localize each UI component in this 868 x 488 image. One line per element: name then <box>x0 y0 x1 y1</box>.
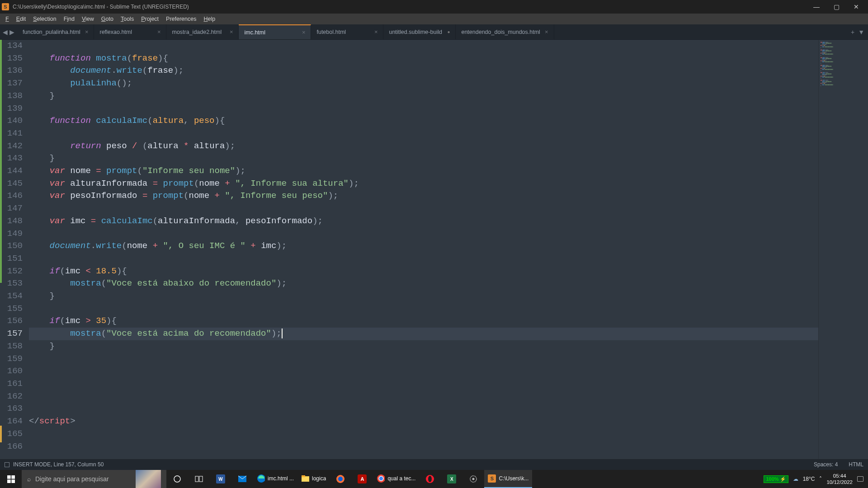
tabbar: ◀ ▶ function_pulalinha.html×reflexao.htm… <box>0 24 868 40</box>
svg-point-17 <box>428 476 432 482</box>
taskbar-task-view-icon[interactable] <box>188 470 210 488</box>
taskbar-word-icon[interactable]: W <box>210 470 231 488</box>
tab-label: imc.html <box>244 29 265 36</box>
menu-edit[interactable]: Edit <box>13 14 30 23</box>
taskbar-item-chrome[interactable]: qual a tec... <box>373 470 419 488</box>
menu-tools[interactable]: Tools <box>117 14 137 23</box>
taskbar-item-edge[interactable]: imc.html ... <box>253 470 297 488</box>
status-syntax[interactable]: HTML <box>849 461 863 468</box>
status-indent[interactable]: Spaces: 4 <box>814 461 838 468</box>
maximize-button[interactable]: ▢ <box>826 0 846 14</box>
taskbar-excel-icon[interactable]: X <box>441 470 462 488</box>
weather-icon[interactable]: ☁ <box>793 476 798 482</box>
svg-rect-10 <box>302 475 305 477</box>
menubar: F Edit Selection Find View Goto Tools Pr… <box>0 14 868 24</box>
tray-chevron-icon[interactable]: ˄ <box>819 476 822 482</box>
tab[interactable]: reflexao.html× <box>94 24 166 39</box>
weather-temp[interactable]: 18°C <box>803 476 815 482</box>
app-icon: S <box>2 3 9 10</box>
panel-switcher-icon[interactable] <box>5 462 9 467</box>
minimize-button[interactable]: — <box>807 0 826 14</box>
line-gutter: 1341351361371381391401411421431441451461… <box>0 40 29 459</box>
tab-close-icon[interactable]: × <box>374 28 378 35</box>
taskbar-acrobat-icon[interactable]: A <box>351 470 373 488</box>
status-cursor-position: INSERT MODE, Line 157, Column 50 <box>13 461 104 468</box>
taskbar-item-label: logica <box>312 475 326 482</box>
taskbar-settings-gear-icon[interactable] <box>462 470 484 488</box>
tab-label: futebol.html <box>316 29 346 35</box>
explorer-icon <box>301 474 309 483</box>
start-button[interactable] <box>0 470 22 488</box>
search-placeholder: Digite aqui para pesquisar <box>35 475 109 483</box>
code-view[interactable]: function mostra(frase){ document.write(f… <box>29 40 818 459</box>
svg-point-12 <box>338 477 343 481</box>
tab-close-icon[interactable]: × <box>85 28 89 35</box>
svg-rect-2 <box>7 479 11 483</box>
tab[interactable]: untitled.sublime-build● <box>383 24 456 39</box>
tab-label: entendendo_dois_mundos.html <box>461 29 540 35</box>
statusbar: INSERT MODE, Line 157, Column 50 Spaces:… <box>0 459 868 470</box>
notifications-icon[interactable] <box>857 476 863 482</box>
tab-label: function_pulalinha.html <box>23 29 80 35</box>
chrome-icon <box>377 474 385 483</box>
tab-next-icon[interactable]: ▶ <box>9 28 14 36</box>
taskbar-item-label: C:\Users\k... <box>499 475 528 482</box>
taskbar-opera-icon[interactable] <box>419 470 441 488</box>
svg-point-4 <box>174 476 180 482</box>
tab-label: reflexao.html <box>99 29 132 35</box>
svg-rect-6 <box>199 476 203 482</box>
tab-close-icon[interactable]: × <box>545 28 548 35</box>
tab-close-icon[interactable]: × <box>302 29 306 36</box>
svg-point-19 <box>472 478 475 480</box>
new-tab-icon[interactable]: + <box>851 28 854 36</box>
taskbar-firefox-icon[interactable] <box>330 470 351 488</box>
taskbar-item-label: qual a tec... <box>387 475 415 482</box>
menu-find[interactable]: Find <box>60 14 78 23</box>
taskbar-mail-icon[interactable] <box>231 470 253 488</box>
tab-dirty-icon: ● <box>447 29 450 34</box>
taskbar-item-label: imc.html ... <box>268 475 294 482</box>
sublime-icon: S <box>488 474 496 483</box>
menu-preferences[interactable]: Preferences <box>162 14 200 23</box>
tab-prev-icon[interactable]: ◀ <box>3 28 8 36</box>
tab-label: untitled.sublime-build <box>389 29 442 35</box>
tab[interactable]: futebol.html× <box>311 24 383 39</box>
menu-project[interactable]: Project <box>137 14 162 23</box>
menu-goto[interactable]: Goto <box>98 14 117 23</box>
edge-icon <box>257 474 265 483</box>
menu-file[interactable]: F <box>2 14 13 23</box>
menu-view[interactable]: View <box>78 14 98 23</box>
search-box[interactable]: ⌕ Digite aqui para pesquisar <box>22 470 166 488</box>
window-title: C:\Users\kelly\Desktop\logica\imc.html -… <box>13 4 807 10</box>
editor[interactable]: 1341351361371381391401411421431441451461… <box>0 40 868 459</box>
battery-indicator[interactable]: 100% ⚡ <box>764 475 788 483</box>
tab[interactable]: imc.html× <box>239 24 311 39</box>
tab-menu-icon[interactable]: ▼ <box>858 28 864 36</box>
tab-close-icon[interactable]: × <box>157 28 161 35</box>
taskbar-item-explorer[interactable]: logica <box>297 470 330 488</box>
taskbar: ⌕ Digite aqui para pesquisar Wimc.html .… <box>0 470 868 488</box>
tab[interactable]: function_pulalinha.html× <box>17 24 94 39</box>
svg-rect-3 <box>11 479 15 483</box>
tab-close-icon[interactable]: × <box>230 28 233 35</box>
close-button[interactable]: ✕ <box>846 0 866 14</box>
svg-rect-0 <box>7 475 11 479</box>
search-highlight-icon <box>136 470 161 488</box>
window-titlebar: S C:\Users\kelly\Desktop\logica\imc.html… <box>0 0 868 14</box>
minimap[interactable]: ▆▆▆ ▆▆▆▆ ▆▆▆▆▆ ▆▆▆▆▆ ▆▆▆▆▆▆▆▆▆▆▆ ▆▆▆▆▆▆▆… <box>818 40 868 459</box>
taskbar-item-sublime[interactable]: SC:\Users\k... <box>484 470 532 488</box>
menu-help[interactable]: Help <box>200 14 219 23</box>
svg-rect-5 <box>195 476 198 482</box>
tab[interactable]: mostra_idade2.html× <box>166 24 239 39</box>
clock[interactable]: 05:44 10/12/2022 <box>826 473 853 485</box>
tab[interactable]: entendendo_dois_mundos.html× <box>456 24 554 39</box>
menu-selection[interactable]: Selection <box>29 14 60 23</box>
tab-label: mostra_idade2.html <box>172 29 222 35</box>
taskbar-cortana-icon[interactable] <box>166 470 188 488</box>
search-icon: ⌕ <box>27 475 31 483</box>
svg-rect-1 <box>11 475 15 479</box>
